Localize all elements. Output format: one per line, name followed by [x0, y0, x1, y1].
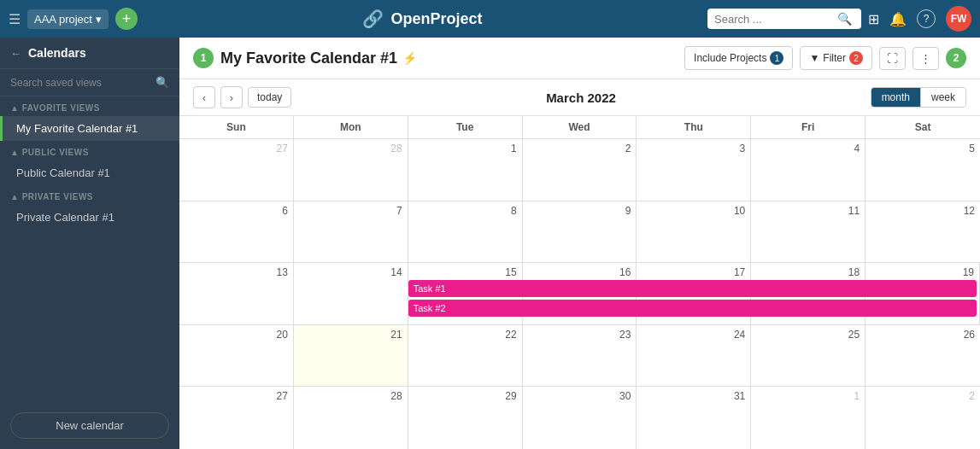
favorite-views-label: ▲ Favorite Views	[0, 96, 179, 116]
calendar-week-4: 20 21 22 23 24 25 26	[179, 325, 980, 388]
calendar-cell[interactable]: 28	[294, 139, 408, 201]
help-icon[interactable]: ?	[917, 9, 936, 28]
step-badge-1: 1	[193, 48, 214, 68]
inline-icon: ⚡	[402, 51, 417, 65]
step-badge-2[interactable]: 2	[946, 48, 966, 68]
hamburger-icon[interactable]: ☰	[9, 11, 21, 27]
calendar-cell[interactable]: 26	[866, 325, 980, 387]
sidebar: ← Calendars 🔍 ▲ Favorite Views My Favori…	[0, 38, 179, 449]
private-views-label: ▲ Private Views	[0, 185, 179, 205]
view-month-button[interactable]: month	[871, 88, 921, 107]
calendar-cell[interactable]: 10	[637, 201, 751, 263]
filter-icon: ▼	[809, 52, 819, 64]
logo-text: OpenProject	[390, 10, 482, 28]
event-label: Task #2	[414, 303, 446, 313]
calendar-days-header: Sun Mon Tue Wed Thu Fri Sat	[179, 116, 980, 139]
sidebar-search: 🔍	[0, 69, 179, 96]
calendar-cell[interactable]: 3	[637, 139, 751, 201]
calendar-cell[interactable]: 1	[751, 387, 866, 449]
calendar-body: 27 28 1 2 3 4 5 6 7 8 9 10 11 12	[179, 139, 980, 449]
calendar-cell[interactable]: 22	[408, 325, 523, 387]
logo-area: 🔗 OpenProject	[144, 9, 701, 29]
back-arrow-icon[interactable]: ←	[10, 47, 21, 60]
calendar-title-text: My Favorite Calendar #1	[220, 50, 397, 67]
calendar-week-2: 6 7 8 9 10 11 12	[179, 201, 980, 264]
sidebar-scroll: ▲ Favorite Views My Favorite Calendar #1…	[0, 96, 179, 402]
calendar-cell[interactable]: 24	[637, 325, 751, 387]
calendar-cell[interactable]: 5	[866, 139, 980, 201]
calendar-cell[interactable]: 14	[294, 263, 408, 324]
more-button[interactable]: ⋮	[913, 47, 939, 70]
sidebar-item-label: Public Calendar #1	[16, 166, 110, 179]
calendar-cell[interactable]: 20	[179, 325, 294, 387]
calendar-cell[interactable]: 12	[866, 201, 980, 263]
event-task2[interactable]: Task #2	[408, 300, 977, 317]
expand-button[interactable]: ⛶	[879, 47, 906, 70]
calendar-cell-today[interactable]: 21	[294, 325, 408, 387]
sidebar-search-input[interactable]	[10, 77, 150, 89]
prev-button[interactable]: ‹	[193, 86, 215, 108]
content-header: 1 My Favorite Calendar #1 ⚡ Include Proj…	[179, 38, 980, 79]
avatar[interactable]: FW	[946, 6, 971, 32]
calendar-cell[interactable]: 1	[408, 139, 523, 201]
public-views-label: ▲ Public Views	[0, 141, 179, 160]
content-title: My Favorite Calendar #1 ⚡	[220, 50, 417, 67]
calendar-cell[interactable]: 28	[294, 387, 408, 449]
day-wed: Wed	[523, 116, 637, 138]
calendar-week-5: 27 28 29 30 31 1 2	[179, 387, 980, 449]
project-arrow-icon: ▾	[96, 13, 102, 26]
calendar-cell[interactable]: 9	[523, 201, 637, 263]
sidebar-item-public-calendar[interactable]: Public Calendar #1	[0, 160, 179, 185]
sidebar-item-label: Private Calendar #1	[16, 211, 114, 224]
calendar-cell[interactable]: 30	[523, 387, 637, 449]
calendar-cell[interactable]: 6	[179, 201, 294, 263]
day-tue: Tue	[408, 116, 523, 138]
include-projects-label: Include Projects	[694, 52, 766, 64]
calendar-month-title: March 2022	[296, 90, 865, 105]
search-area: 🔍	[707, 9, 861, 29]
day-fri: Fri	[751, 116, 866, 138]
event-label: Task #1	[414, 283, 446, 294]
sidebar-item-label: My Favorite Calendar #1	[16, 122, 138, 135]
search-icon: 🔍	[837, 12, 852, 26]
next-button[interactable]: ›	[220, 86, 243, 108]
filter-button[interactable]: ▼ Filter 2	[800, 46, 872, 70]
calendar-toolbar: ‹ › today March 2022 month week	[179, 79, 980, 116]
calendar-cell[interactable]: 27	[179, 139, 294, 201]
search-input[interactable]	[714, 13, 834, 26]
calendar-cell[interactable]: 27	[179, 387, 294, 449]
calendar-cell[interactable]: 29	[408, 387, 523, 449]
calendar-cell[interactable]: 25	[751, 325, 866, 387]
sidebar-search-icon: 🔍	[156, 76, 169, 89]
day-sun: Sun	[179, 116, 294, 138]
event-task1[interactable]: Task #1	[408, 280, 977, 297]
project-selector[interactable]: AAA project ▾	[27, 9, 109, 29]
filter-badge: 2	[849, 51, 863, 65]
calendar-cell[interactable]: 7	[294, 201, 408, 263]
add-button[interactable]: +	[115, 8, 138, 30]
sidebar-header: ← Calendars	[0, 38, 179, 69]
calendar-cell[interactable]: 2	[523, 139, 637, 201]
calendar-week-1: 27 28 1 2 3 4 5	[179, 139, 980, 201]
include-projects-badge: 1	[770, 51, 783, 65]
grid-icon[interactable]: ⊞	[868, 11, 879, 27]
calendar-week-3: 13 14 15 16 17 18 19 Task #1 Task #	[179, 263, 980, 325]
today-button[interactable]: today	[248, 87, 291, 108]
project-name: AAA project	[34, 13, 92, 26]
bell-icon[interactable]: 🔔	[889, 11, 907, 27]
sidebar-item-private-calendar[interactable]: Private Calendar #1	[0, 205, 179, 230]
new-calendar-button[interactable]: New calendar	[10, 412, 169, 439]
sidebar-item-my-favorite-calendar[interactable]: My Favorite Calendar #1	[0, 116, 179, 141]
calendar-cell[interactable]: 11	[751, 201, 866, 263]
calendar-cell[interactable]: 13	[179, 263, 294, 324]
main-layout: ← Calendars 🔍 ▲ Favorite Views My Favori…	[0, 38, 980, 449]
calendar-cell[interactable]: 2	[866, 387, 980, 449]
view-week-button[interactable]: week	[921, 88, 965, 107]
sidebar-footer: New calendar	[0, 402, 179, 449]
day-mon: Mon	[294, 116, 408, 138]
calendar-cell[interactable]: 8	[408, 201, 523, 263]
calendar-cell[interactable]: 4	[751, 139, 866, 201]
calendar-cell[interactable]: 23	[523, 325, 637, 387]
include-projects-button[interactable]: Include Projects 1	[684, 46, 793, 70]
calendar-cell[interactable]: 31	[637, 387, 751, 449]
